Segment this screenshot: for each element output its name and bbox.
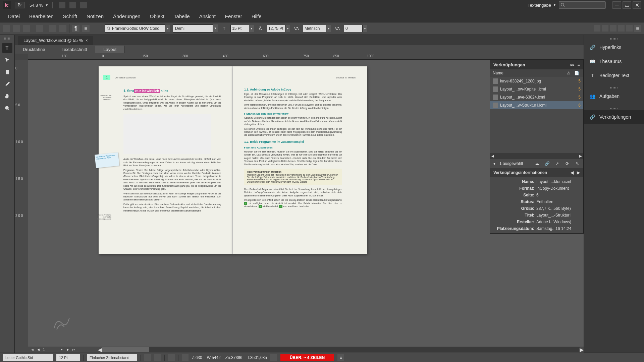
find-icon[interactable] bbox=[49, 25, 56, 32]
pilcrow-icon[interactable]: ¶ bbox=[72, 25, 79, 32]
image-placeholder[interactable] bbox=[123, 114, 211, 154]
menu-notizen[interactable]: Notizen bbox=[82, 11, 108, 21]
body-text[interactable]: Möchten Sie im Text arbeiten, müssen Sie… bbox=[244, 150, 342, 166]
zoom-tool[interactable] bbox=[2, 103, 12, 113]
chevron-down-icon[interactable]: ▾ bbox=[59, 347, 64, 352]
next-page-button[interactable]: ▶ bbox=[65, 347, 70, 352]
body-text[interactable]: Im abgebildeten Bedienfeld sehen Sie die… bbox=[244, 198, 342, 208]
align-justify-all-button[interactable] bbox=[626, 25, 633, 32]
body-text[interactable]: ohne leeren Rahmen, unnötige Hilfslinien… bbox=[244, 103, 342, 110]
link-row[interactable]: Layout_...ow-Kapitel .icml5 bbox=[490, 85, 583, 93]
arrange-docs-icon[interactable] bbox=[80, 2, 87, 8]
body-text[interactable]: Spricht man von einem Workflow, ist in d… bbox=[123, 95, 221, 111]
chevron-down-icon[interactable]: ▼ bbox=[363, 25, 367, 32]
align-left-button[interactable] bbox=[594, 25, 600, 32]
open-icon[interactable] bbox=[13, 25, 20, 32]
menu-objekt[interactable]: Objekt bbox=[145, 11, 169, 21]
print-icon[interactable] bbox=[36, 25, 43, 32]
kerning-field[interactable]: Metrisch bbox=[303, 25, 326, 32]
link-page[interactable]: 6 bbox=[575, 103, 581, 108]
prev-button[interactable]: ◀ bbox=[571, 170, 574, 175]
char-style-combo[interactable]: Letter Gothic Std bbox=[3, 354, 53, 361]
first-page-button[interactable]: ⏮ bbox=[30, 347, 35, 352]
horizontal-scrollbar[interactable] bbox=[102, 347, 580, 352]
prev-page-button[interactable]: ◀ bbox=[36, 347, 41, 352]
chevron-down-icon[interactable]: ▼ bbox=[493, 162, 496, 166]
menu-bearbeiten[interactable]: Bearbeiten bbox=[24, 11, 58, 21]
edit-original-icon[interactable]: ✎ bbox=[574, 160, 581, 167]
scroll-left-button[interactable]: ◀ bbox=[491, 154, 494, 158]
menu-icon[interactable]: ≡ bbox=[337, 354, 344, 361]
column-header-name[interactable]: Name bbox=[493, 71, 565, 75]
links-panel[interactable]: Verknüpfungen ▸▸ ≡ Name ⚠ 📄 kave-638249_… bbox=[490, 60, 584, 234]
menu-hilfe[interactable]: Hilfe bbox=[247, 11, 266, 21]
spellcheck-icon[interactable] bbox=[59, 25, 66, 32]
panel-menu-icon[interactable]: ≡ bbox=[634, 25, 641, 32]
sticky-note[interactable]: Je klarer der Ablauf desto effizienter d… bbox=[95, 152, 119, 168]
body-text[interactable]: Egal, ob der Redakteur Erfahrungen in In… bbox=[244, 93, 342, 102]
new-doc-icon[interactable] bbox=[3, 25, 10, 32]
menu-tabelle[interactable]: Tabelle bbox=[169, 11, 195, 21]
view-tab-druckfahne[interactable]: Druckfahne bbox=[15, 46, 53, 53]
chevron-down-icon[interactable]: ▼ bbox=[285, 25, 290, 32]
menu-datei[interactable]: Datei bbox=[3, 11, 24, 21]
align-center-button[interactable] bbox=[602, 25, 608, 32]
body-text[interactable]: Programm. Testen Sie Adobe Bridge, abges… bbox=[123, 169, 221, 191]
next-button[interactable]: ▶ bbox=[577, 170, 580, 175]
body-text[interactable]: Sie sehen Symbole, die Ihnen anzeigen, o… bbox=[244, 127, 342, 137]
tracking-field[interactable]: 0 bbox=[344, 25, 363, 32]
scroll-right-button[interactable]: ▶ bbox=[580, 347, 584, 353]
view-tab-layout[interactable]: Layout bbox=[95, 46, 125, 53]
rail-item-hyperlinks[interactable]: 🔗Hyperlinks bbox=[584, 40, 644, 54]
link-row[interactable]: Layout_...ave-63824.icml5 bbox=[490, 93, 583, 101]
workspace-switcher[interactable]: Texteingabe ▼ bbox=[528, 3, 556, 8]
rail-item-bedingter text[interactable]: TBedingter Text bbox=[584, 68, 644, 82]
search-input[interactable] bbox=[559, 1, 606, 9]
collapse-icon[interactable]: ▸▸ bbox=[571, 63, 575, 67]
heading-1[interactable]: 1. Struktur ist wirklich alles bbox=[123, 89, 221, 93]
screen-mode-icon[interactable] bbox=[59, 2, 65, 8]
update-link-icon[interactable]: ⟳ bbox=[564, 160, 571, 167]
heading-3[interactable]: ▸ Starten Sie den InCopy Workflow bbox=[244, 112, 342, 115]
position-tool[interactable] bbox=[2, 55, 12, 65]
document-tab[interactable]: Layout_Workflow.indd @ 55 % × bbox=[18, 36, 93, 45]
menu-fenster[interactable]: Fenster bbox=[220, 11, 247, 21]
link-row[interactable]: Layout_...w-Struktur i.icml6 bbox=[490, 101, 583, 109]
heading-3[interactable]: ▸ Ein und Auschecken bbox=[244, 146, 342, 149]
zoom-level[interactable]: 54,8 % ▼ bbox=[30, 3, 48, 8]
menu-schrift[interactable]: Schrift bbox=[58, 11, 82, 21]
menu-änderungen[interactable]: Änderungen bbox=[108, 11, 145, 21]
body-text[interactable]: Auch ein Workflow, der passt, kann nach … bbox=[123, 158, 221, 167]
panel-grip[interactable] bbox=[4, 38, 11, 40]
relink-icon[interactable]: 🔗 bbox=[544, 160, 550, 167]
link-row[interactable]: kave-638249_1280.jpg5 bbox=[490, 77, 583, 85]
last-page-button[interactable]: ⏭ bbox=[71, 347, 76, 352]
note-tool[interactable] bbox=[2, 67, 12, 77]
relink-cc-icon[interactable]: ☁ bbox=[534, 160, 540, 167]
align-justify-button[interactable] bbox=[618, 25, 625, 32]
close-icon[interactable]: × bbox=[86, 38, 88, 43]
line-spacing-combo[interactable]: Einfacher Zeilenabstand bbox=[87, 354, 137, 361]
link-page[interactable]: 5 bbox=[575, 79, 581, 83]
maximize-button[interactable]: ▭ bbox=[623, 1, 631, 9]
view-tab-textabschnitt[interactable]: Textabschnitt bbox=[53, 46, 95, 53]
font-size-field[interactable]: 15 Pt bbox=[230, 25, 249, 32]
body-text[interactable]: Das Bedienfeld Aufgaben unterstützt Sie … bbox=[244, 188, 342, 197]
chevron-down-icon[interactable]: ▼ bbox=[249, 25, 254, 32]
goto-link-icon[interactable]: ↗ bbox=[554, 160, 560, 167]
chevron-down-icon[interactable]: ▼ bbox=[213, 24, 218, 32]
scroll-right-button[interactable]: ▶ bbox=[579, 154, 582, 158]
body-text[interactable]: Dafür gibt es viele Ansätze. Eine sauber… bbox=[123, 203, 221, 212]
heading-2[interactable]: 1.1. Anbindung zu Adobe InCopy bbox=[244, 88, 342, 91]
body-text[interactable]: Ganz zu Beginn: Sie befinden sich gleich… bbox=[244, 116, 342, 126]
hand-tool[interactable] bbox=[2, 91, 12, 101]
scroll-left-button[interactable]: ◀ bbox=[98, 347, 102, 353]
bridge-button[interactable]: Br bbox=[15, 2, 25, 8]
rail-item-thesaurus[interactable]: 📖Thesaurus bbox=[584, 54, 644, 68]
font-style-field[interactable]: Demi bbox=[173, 24, 213, 33]
eyedropper-tool[interactable] bbox=[2, 79, 12, 89]
panel-menu-icon[interactable]: ≡ bbox=[577, 62, 580, 67]
link-page[interactable]: 5 bbox=[575, 87, 581, 92]
body-text[interactable]: Wenn Sie nicht an Ihrem Arbeitsplatz sin… bbox=[123, 192, 221, 201]
type-tool[interactable]: T bbox=[2, 43, 12, 53]
